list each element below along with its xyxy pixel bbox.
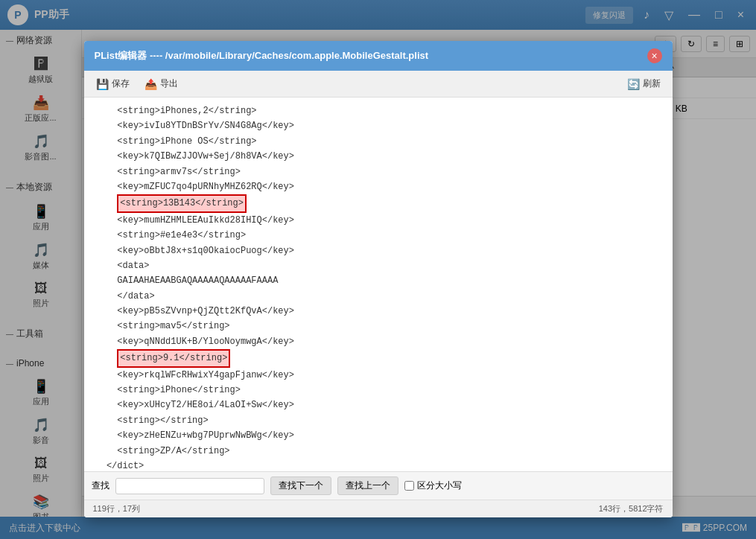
xml-line: <string>13B143</string>: [96, 194, 661, 212]
xml-line: <string>armv7s</string>: [96, 165, 661, 179]
xml-line: </dict>: [96, 459, 661, 471]
find-label: 查找: [92, 479, 109, 492]
save-label: 保存: [112, 77, 130, 90]
save-icon: 💾: [96, 78, 109, 90]
xml-line: <key>mZFUC7qo4pURNhyMHZ62RQ</key>: [96, 179, 661, 194]
xml-line: <string>#e1e4e3</string>: [96, 228, 661, 243]
modal-close-button[interactable]: ×: [647, 48, 662, 63]
xml-line: <string>ZP/A</string>: [96, 444, 661, 459]
case-sensitive-check[interactable]: [404, 481, 414, 491]
xml-line: <key>rkqlWFcRHwixY4gapFjanw</key>: [96, 368, 661, 383]
xml-line: <string>iPhone</string>: [96, 383, 661, 398]
modal-toolbar: 💾 保存 📤 导出 🔄 刷新: [84, 71, 673, 98]
xml-line: <key>pB5sZVvnp+QjZQtt2KfQvA</key>: [96, 304, 661, 319]
xml-line: <string>9.1</string>: [96, 349, 661, 367]
find-prev-button[interactable]: 查找上一个: [337, 476, 398, 495]
total-chars: 143行，5812字符: [599, 503, 664, 514]
xml-line: <key>zHeENZu+wbg7PUprwNwBWg</key>: [96, 428, 661, 443]
refresh-label: 刷新: [643, 77, 661, 90]
modal-overlay: PList编辑器 ---- /var/mobile/Library/Caches…: [0, 0, 756, 539]
export-label: 导出: [160, 77, 178, 90]
plist-editor-modal: PList编辑器 ---- /var/mobile/Library/Caches…: [84, 41, 673, 517]
case-sensitive-label: 区分大小写: [417, 479, 462, 492]
xml-line: <key>xUHcyT2/HE8oi/4LaOI+Sw</key>: [96, 398, 661, 412]
highlighted-line: <string>9.1</string>: [117, 349, 230, 367]
xml-line: <data>: [96, 258, 661, 273]
xml-line: GAIAAHAEAABGAQAAAAAQAAAAAFAAAA: [96, 273, 661, 288]
export-icon: 📤: [144, 78, 157, 90]
export-button[interactable]: 📤 导出: [140, 75, 182, 92]
xml-line: <string>iPhone OS</string>: [96, 134, 661, 149]
search-input[interactable]: [115, 478, 264, 494]
case-sensitive-checkbox[interactable]: 区分大小写: [404, 479, 462, 492]
cursor-position: 119行，17列: [93, 503, 141, 514]
modal-search-bar: 查找 查找下一个 查找上一个 区分大小写: [84, 471, 673, 500]
xml-line: <key>qNNdd1UK+B/YlooNoymwgA</key>: [96, 334, 661, 349]
refresh-button[interactable]: 🔄 刷新: [623, 75, 665, 92]
modal-header: PList编辑器 ---- /var/mobile/Library/Caches…: [84, 41, 673, 71]
save-button[interactable]: 💾 保存: [92, 75, 134, 92]
modal-title: PList编辑器 ---- /var/mobile/Library/Caches…: [95, 49, 647, 63]
xml-line: <key>oBbtJ8x+s1q0OkaiocPuog</key>: [96, 243, 661, 258]
highlighted-line: <string>13B143</string>: [117, 194, 247, 212]
xml-line: <key>k7QIBwZJJOVw+Sej/8h8VA</key>: [96, 149, 661, 164]
xml-line: </data>: [96, 289, 661, 304]
xml-line: <key>ivIu8YTDnBSrYv/SN4G8Ag</key>: [96, 118, 661, 133]
find-next-button[interactable]: 查找下一个: [270, 476, 331, 495]
xml-line: <string></string>: [96, 413, 661, 428]
modal-content[interactable]: <string>iPhones,2</string> <key>ivIu8YTD…: [84, 98, 673, 471]
xml-line: <string>iPhones,2</string>: [96, 103, 661, 118]
xml-line: <string>mav5</string>: [96, 319, 661, 334]
modal-status-bar: 119行，17列 143行，5812字符: [84, 500, 673, 517]
refresh-icon: 🔄: [627, 78, 640, 90]
xml-line: <key>mumHZHMLEEAuIkkd28IHIQ</key>: [96, 213, 661, 228]
